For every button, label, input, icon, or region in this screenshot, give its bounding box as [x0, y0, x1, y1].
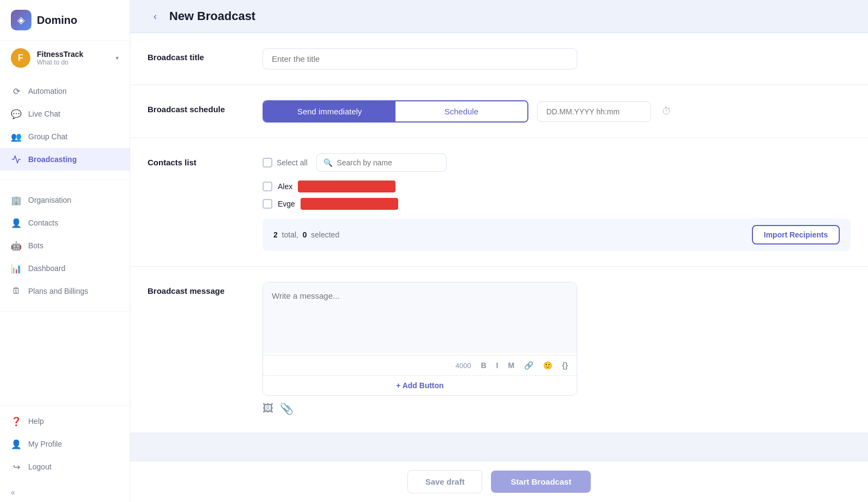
char-count: 4000 [455, 362, 471, 370]
workspace-subtitle: What to do [37, 59, 109, 66]
workspace-avatar: F [11, 48, 30, 68]
my-profile-icon: 👤 [11, 439, 22, 449]
sidebar-collapse-button[interactable]: « [0, 482, 130, 502]
file-attach-icon[interactable]: 📎 [280, 402, 293, 415]
select-all-checkbox[interactable] [263, 158, 272, 168]
sidebar-item-group-chat[interactable]: 👥 Group Chat [0, 125, 130, 148]
sidebar-label-live-chat: Live Chat [28, 110, 60, 118]
italic-button[interactable]: I [494, 360, 501, 371]
emoji-button[interactable]: 🙂 [541, 360, 554, 371]
broadcast-schedule-label: Broadcast schedule [148, 100, 245, 114]
broadcast-message-section: Broadcast message 4000 B I M 🔗 🙂 {} + Ad… [130, 267, 868, 433]
contact-list: Alex Evge [263, 181, 851, 210]
dashboard-icon: 📊 [11, 263, 22, 274]
table-row: Evge [263, 198, 851, 210]
broadcasting-icon [11, 154, 22, 165]
sidebar-label-broadcasting: Broadcasting [28, 155, 76, 164]
contacts-header: Select all 🔍 [263, 153, 851, 172]
broadcast-message-control: 4000 B I M 🔗 🙂 {} + Add Button 🖼 📎 [263, 282, 851, 417]
sidebar-label-dashboard: Dashboard [28, 264, 66, 273]
sidebar-item-plans-billings[interactable]: 🗓 Plans and Billings [0, 280, 130, 303]
sidebar-item-automation[interactable]: ⟳ Automation [0, 80, 130, 102]
sidebar-item-dashboard[interactable]: 📊 Dashboard [0, 257, 130, 280]
contacts-list-section: Contacts list Select all 🔍 Alex [130, 138, 868, 267]
bots-icon: 🤖 [11, 240, 22, 251]
schedule-row: Send immediately Schedule ⏱ [263, 100, 851, 123]
select-all-label: Select all [277, 158, 308, 167]
link-button[interactable]: 🔗 [522, 360, 535, 371]
contacts-count: 2 total, 0 selected [273, 230, 339, 239]
mono-button[interactable]: M [506, 360, 516, 371]
broadcast-title-input[interactable] [263, 48, 577, 69]
clock-icon: ⏱ [662, 106, 672, 117]
sidebar-label-bots: Bots [28, 241, 43, 250]
attachment-row: 🖼 📎 [263, 396, 851, 417]
start-broadcast-button[interactable]: Start Broadcast [491, 471, 591, 493]
broadcast-title-label: Broadcast title [148, 48, 245, 62]
sidebar-item-help[interactable]: ❓ Help [0, 410, 130, 433]
sidebar-item-logout[interactable]: ↪ Logout [0, 455, 130, 478]
nav-section-main: ⟳ Automation 💬 Live Chat 👥 Group Chat Br… [0, 75, 130, 175]
redacted-bar-evge [301, 198, 398, 210]
import-recipients-button[interactable]: Import Recipients [752, 225, 840, 244]
search-input[interactable] [337, 158, 439, 167]
sidebar-item-broadcasting[interactable]: Broadcasting [0, 148, 130, 171]
datetime-input[interactable] [537, 101, 651, 122]
logo-text: Domino [37, 14, 77, 27]
search-icon: 🔍 [323, 158, 333, 167]
total-count: 2 [273, 230, 278, 239]
schedule-button[interactable]: Schedule [395, 101, 527, 121]
table-row: Alex [263, 181, 851, 192]
sidebar-label-group-chat: Group Chat [28, 132, 67, 141]
sidebar-label-help: Help [28, 417, 44, 426]
workspace-selector[interactable]: F FitnessTrack What to do ▾ [0, 41, 130, 75]
back-icon: ‹ [154, 11, 157, 22]
sidebar-item-organisation[interactable]: 🏢 Organisation [0, 189, 130, 211]
total-label: total, [282, 230, 298, 239]
sidebar-item-my-profile[interactable]: 👤 My Profile [0, 433, 130, 455]
variable-button[interactable]: {} [560, 360, 570, 371]
bottom-bar: Save draft Start Broadcast [130, 461, 868, 502]
contact-checkbox-alex[interactable] [263, 182, 272, 191]
plans-billings-icon: 🗓 [11, 286, 22, 297]
add-button-bar[interactable]: + Add Button [263, 375, 577, 395]
sidebar-label-logout: Logout [28, 462, 52, 471]
live-chat-icon: 💬 [11, 108, 22, 119]
sidebar-item-contacts[interactable]: 👤 Contacts [0, 211, 130, 234]
broadcast-title-control [263, 48, 851, 69]
contacts-list-control: Select all 🔍 Alex Evge [263, 153, 851, 251]
topbar: ‹ New Broadcast [130, 0, 868, 33]
contacts-icon: 👤 [11, 217, 22, 228]
message-editor: 4000 B I M 🔗 🙂 {} + Add Button [263, 282, 577, 396]
sidebar-header: ◈ Domino [0, 0, 130, 41]
sidebar-label-plans-billings: Plans and Billings [28, 287, 88, 295]
message-textarea[interactable] [263, 282, 577, 353]
save-draft-button[interactable]: Save draft [407, 470, 483, 493]
contact-name-alex: Alex [278, 182, 292, 191]
contact-checkbox-evge[interactable] [263, 199, 272, 209]
sidebar-label-automation: Automation [28, 87, 67, 95]
workspace-info: FitnessTrack What to do [37, 50, 109, 66]
workspace-name: FitnessTrack [37, 50, 109, 59]
redacted-bar-alex [298, 181, 395, 192]
contacts-footer: 2 total, 0 selected Import Recipients [263, 218, 851, 251]
help-icon: ❓ [11, 416, 22, 427]
logo-symbol: ◈ [17, 14, 25, 26]
broadcast-title-section: Broadcast title [130, 33, 868, 85]
sidebar-bottom: ❓ Help 👤 My Profile ↪ Logout [0, 405, 130, 482]
sidebar: ◈ Domino F FitnessTrack What to do ▾ ⟳ A… [0, 0, 130, 502]
selected-label: selected [311, 230, 339, 239]
back-button[interactable]: ‹ [148, 9, 163, 24]
image-attach-icon[interactable]: 🖼 [263, 402, 273, 415]
sidebar-item-live-chat[interactable]: 💬 Live Chat [0, 102, 130, 125]
schedule-toggle-group: Send immediately Schedule [263, 100, 528, 123]
nav-divider-2 [0, 311, 130, 312]
sidebar-item-bots[interactable]: 🤖 Bots [0, 234, 130, 257]
contact-name-evge: Evge [278, 199, 295, 208]
logo-icon: ◈ [11, 10, 31, 30]
bold-button[interactable]: B [478, 360, 488, 371]
send-immediately-button[interactable]: Send immediately [264, 101, 395, 121]
selected-count: 0 [303, 230, 307, 239]
search-input-wrap: 🔍 [316, 153, 446, 172]
sidebar-label-contacts: Contacts [28, 218, 58, 227]
